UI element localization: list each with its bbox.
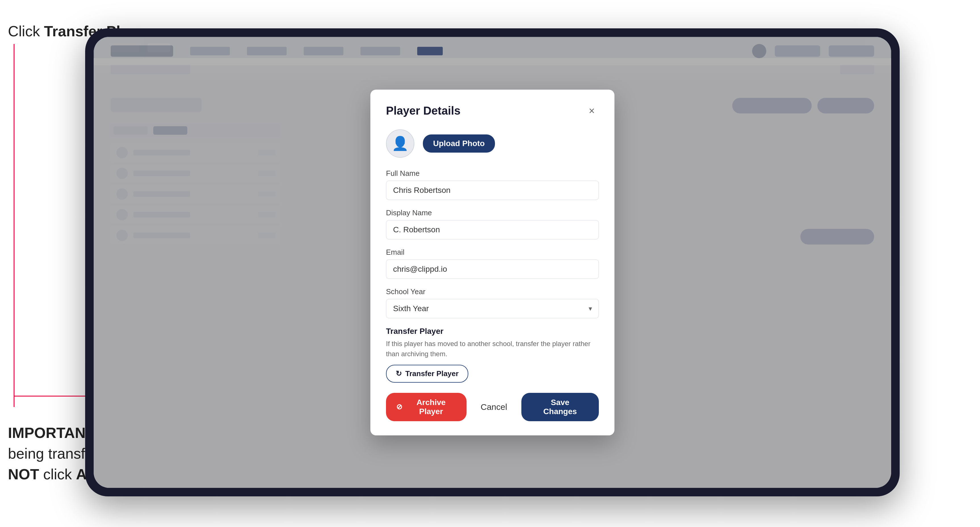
transfer-icon: ↻ <box>396 369 402 378</box>
transfer-player-button[interactable]: ↻ Transfer Player <box>386 365 468 383</box>
archive-icon: ⊘ <box>396 403 402 411</box>
close-icon: × <box>589 105 595 117</box>
tablet-screen: Player Details × 👤 Upload Photo Full Nam… <box>94 37 891 488</box>
annotation-vertical-line <box>14 44 14 407</box>
instruction-click: click <box>39 466 76 483</box>
player-details-modal: Player Details × 👤 Upload Photo Full Nam… <box>371 90 614 435</box>
email-input[interactable] <box>386 260 599 279</box>
display-name-label: Display Name <box>386 208 599 217</box>
modal-header: Player Details × <box>386 104 599 118</box>
full-name-input[interactable] <box>386 181 599 200</box>
archive-player-button[interactable]: ⊘ Archive Player <box>386 393 466 421</box>
user-icon: 👤 <box>392 136 409 151</box>
display-name-group: Display Name <box>386 208 599 240</box>
full-name-group: Full Name <box>386 169 599 200</box>
archive-btn-label: Archive Player <box>406 398 457 416</box>
modal-close-button[interactable]: × <box>585 104 599 118</box>
display-name-input[interactable] <box>386 220 599 240</box>
upload-photo-button[interactable]: Upload Photo <box>423 135 495 152</box>
modal-title: Player Details <box>386 105 460 117</box>
school-year-select-wrapper: First Year Second Year Third Year Fourth… <box>386 299 599 318</box>
school-year-group: School Year First Year Second Year Third… <box>386 287 599 318</box>
transfer-btn-label: Transfer Player <box>405 369 459 378</box>
instruction-important: IMPORTANT <box>8 425 94 441</box>
modal-overlay: Player Details × 👤 Upload Photo Full Nam… <box>94 37 891 488</box>
modal-footer: ⊘ Archive Player Cancel Save Changes <box>386 393 599 421</box>
school-year-select[interactable]: First Year Second Year Third Year Fourth… <box>386 299 599 318</box>
avatar-placeholder: 👤 <box>386 129 414 158</box>
email-label: Email <box>386 248 599 257</box>
photo-upload-row: 👤 Upload Photo <box>386 129 599 158</box>
school-year-label: School Year <box>386 287 599 296</box>
cancel-button[interactable]: Cancel <box>475 399 513 415</box>
transfer-section-description: If this player has moved to another scho… <box>386 339 599 359</box>
tablet-device: Player Details × 👤 Upload Photo Full Nam… <box>85 29 900 496</box>
save-changes-button[interactable]: Save Changes <box>521 393 599 421</box>
full-name-label: Full Name <box>386 169 599 178</box>
email-group: Email <box>386 248 599 279</box>
instruction-prefix: Click <box>8 23 44 40</box>
transfer-section-title: Transfer Player <box>386 327 599 336</box>
transfer-player-section: Transfer Player If this player has moved… <box>386 327 599 383</box>
